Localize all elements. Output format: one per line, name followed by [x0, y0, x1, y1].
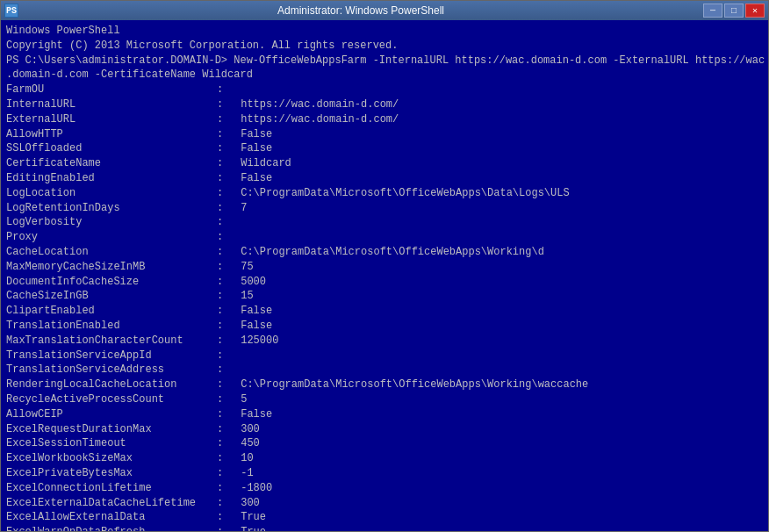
property-colon: :	[217, 466, 234, 481]
property-name: TranslationServiceAddress	[6, 363, 217, 377]
property-row: LogVerbosity :	[6, 215, 763, 230]
property-row: LogLocation : C:\ProgramData\Microsoft\O…	[6, 186, 763, 201]
property-colon: :	[217, 334, 234, 349]
property-name: MaxTranslationCharacterCount	[6, 334, 217, 349]
property-name: ExcelSessionTimeout	[6, 436, 217, 451]
window-title: Administrator: Windows PowerShell	[18, 4, 703, 17]
minimize-button[interactable]: ─	[703, 4, 722, 18]
property-name: CertificateName	[6, 156, 217, 171]
property-value: True	[234, 525, 266, 531]
property-row: ExcelAllowExternalData : True	[6, 510, 763, 525]
property-value: 5000	[234, 275, 266, 290]
property-colon: :	[217, 510, 234, 525]
property-colon: :	[217, 275, 234, 290]
property-row: LogRetentionInDays : 7	[6, 201, 763, 216]
property-name: LogRetentionInDays	[6, 201, 217, 216]
property-row: EditingEnabled : False	[6, 171, 763, 186]
console-header-line: PS C:\Users\administrator.DOMAIN-D> New-…	[6, 54, 763, 68]
property-colon: :	[217, 407, 234, 422]
property-name: TranslationEnabled	[6, 319, 217, 334]
property-value: https://wac.domain-d.com/	[234, 97, 399, 112]
property-colon: :	[217, 304, 234, 319]
property-row: MaxMemoryCacheSizeInMB : 75	[6, 260, 763, 275]
property-name: MaxMemoryCacheSizeInMB	[6, 260, 217, 275]
property-name: ExcelWorkbookSizeMax	[6, 451, 217, 466]
property-row: FarmOU :	[6, 83, 763, 97]
property-name: Proxy	[6, 230, 217, 245]
property-row: TranslationEnabled : False	[6, 319, 763, 334]
property-colon: :	[217, 215, 234, 230]
property-colon: :	[217, 422, 234, 437]
property-name: ExcelRequestDurationMax	[6, 422, 217, 437]
property-value: https://wac.domain-d.com/	[234, 112, 399, 127]
property-value: -1	[234, 466, 254, 481]
title-bar-buttons: ─ □ ✕	[703, 4, 765, 18]
property-name: ExternalURL	[6, 112, 217, 127]
property-row: ClipartEnabled : False	[6, 304, 763, 319]
property-colon: :	[217, 230, 234, 245]
property-name: AllowCEIP	[6, 407, 217, 422]
property-name: ExcelAllowExternalData	[6, 510, 217, 525]
property-name: TranslationServiceAppId	[6, 349, 217, 363]
maximize-button[interactable]: □	[724, 4, 744, 18]
window-icon: PS	[4, 4, 18, 18]
property-value: C:\ProgramData\Microsoft\OfficeWebApps\W…	[234, 245, 544, 260]
property-row: ExcelSessionTimeout : 450	[6, 436, 763, 451]
property-name: InternalURL	[6, 97, 217, 112]
property-colon: :	[217, 289, 234, 304]
console-area[interactable]: Windows PowerShellCopyright (C) 2013 Mic…	[1, 20, 768, 531]
property-colon: :	[217, 141, 234, 156]
property-colon: :	[217, 156, 234, 171]
property-value: -1800	[234, 481, 272, 496]
property-row: CertificateName : Wildcard	[6, 156, 763, 171]
property-colon: :	[217, 377, 234, 392]
property-row: TranslationServiceAppId :	[6, 349, 763, 363]
property-name: SSLOffloaded	[6, 141, 217, 156]
console-header-line: Windows PowerShell	[6, 24, 763, 39]
property-value: 10	[234, 451, 254, 466]
property-value: False	[234, 304, 272, 319]
property-colon: :	[217, 127, 234, 142]
property-colon: :	[217, 319, 234, 334]
property-row: SSLOffloaded : False	[6, 141, 763, 156]
property-colon: :	[217, 83, 234, 97]
property-value: 125000	[234, 334, 278, 349]
property-name: ClipartEnabled	[6, 304, 217, 319]
property-colon: :	[217, 245, 234, 260]
property-row: DocumentInfoCacheSize : 5000	[6, 275, 763, 290]
property-name: FarmOU	[6, 83, 217, 97]
property-colon: :	[217, 525, 234, 531]
property-name: ExcelExternalDataCacheLifetime	[6, 496, 217, 511]
property-colon: :	[217, 392, 234, 407]
property-row: AllowHTTP : False	[6, 127, 763, 142]
property-row: ExcelPrivateBytesMax : -1	[6, 466, 763, 481]
property-value: False	[234, 141, 272, 156]
property-row: AllowCEIP : False	[6, 407, 763, 422]
property-name: AllowHTTP	[6, 127, 217, 142]
property-colon: :	[217, 363, 234, 377]
property-name: CacheSizeInGB	[6, 289, 217, 304]
property-name: RecycleActiveProcessCount	[6, 392, 217, 407]
property-colon: :	[217, 349, 234, 363]
property-colon: :	[217, 201, 234, 216]
property-value: False	[234, 171, 272, 186]
close-button[interactable]: ✕	[745, 4, 765, 18]
main-window: PS Administrator: Windows PowerShell ─ □…	[0, 0, 769, 532]
property-value: False	[234, 407, 272, 422]
property-row: ExcelConnectionLifetime : -1800	[6, 481, 763, 496]
console-header-line: Copyright (C) 2013 Microsoft Corporation…	[6, 39, 763, 54]
property-row: ExcelRequestDurationMax : 300	[6, 422, 763, 437]
property-colon: :	[217, 97, 234, 112]
property-name: ExcelPrivateBytesMax	[6, 466, 217, 481]
console-header-line: .domain-d.com -CertificateName Wildcard	[6, 68, 763, 83]
property-row: Proxy :	[6, 230, 763, 245]
property-value: Wildcard	[234, 156, 291, 171]
property-colon: :	[217, 112, 234, 127]
property-colon: :	[217, 260, 234, 275]
property-name: ExcelWarnOnDataRefresh	[6, 525, 217, 531]
property-row: ExcelWarnOnDataRefresh : True	[6, 525, 763, 531]
property-row: ExcelWorkbookSizeMax : 10	[6, 451, 763, 466]
property-row: RecycleActiveProcessCount : 5	[6, 392, 763, 407]
property-colon: :	[217, 496, 234, 511]
property-value: 300	[234, 422, 260, 437]
